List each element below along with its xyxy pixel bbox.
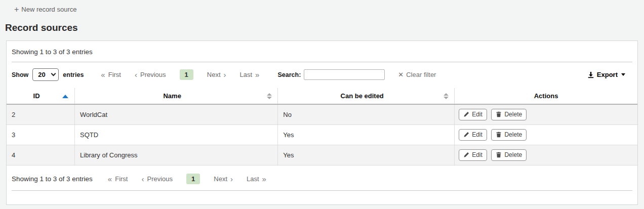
chevron-double-left-icon: «	[108, 176, 112, 182]
table-row: 2 WorldCat No Edit Delete	[7, 104, 637, 125]
column-label-can-be-edited: Can be edited	[341, 92, 384, 100]
edit-button-label: Edit	[472, 111, 482, 118]
table-row: 3 SQTD Yes Edit Delete	[7, 125, 637, 145]
pagination-previous-button[interactable]: ‹ Previous	[141, 175, 173, 183]
edit-button[interactable]: Edit	[459, 149, 487, 161]
sort-both-icon	[267, 93, 272, 99]
table-footer: Showing 1 to 3 of 3 entries « First ‹ Pr…	[7, 165, 637, 190]
chevron-double-right-icon: »	[262, 176, 266, 182]
cell-name: Library of Congress	[75, 145, 278, 165]
page-title: Record sources	[5, 22, 644, 34]
search-input[interactable]	[304, 69, 385, 80]
sort-ascending-icon	[62, 95, 68, 98]
toolbar: + New record source	[0, 0, 644, 15]
cell-id: 3	[7, 125, 75, 145]
edit-button[interactable]: Edit	[459, 129, 487, 141]
pagination-bottom: « First ‹ Previous 1 Next › Last »	[108, 174, 266, 184]
table-info-top: Showing 1 to 3 of 3 entries	[7, 41, 637, 62]
pagination-next-button[interactable]: Next ›	[214, 175, 233, 183]
clear-filter-label: Clear filter	[406, 71, 436, 78]
pagination-last-button[interactable]: Last »	[240, 71, 260, 78]
pagination-current-page[interactable]: 1	[180, 69, 193, 80]
chevron-double-right-icon: »	[255, 72, 259, 78]
export-button[interactable]: Export	[587, 71, 625, 78]
chevron-double-left-icon: «	[101, 72, 105, 78]
column-header-id[interactable]: ID	[7, 88, 75, 104]
panel-footer-space	[7, 191, 637, 204]
entries-select-wrap: 20	[32, 68, 59, 81]
column-header-name[interactable]: Name	[75, 88, 278, 104]
plus-icon: +	[14, 6, 19, 13]
show-label: Show	[12, 71, 28, 78]
pagination-first-label: First	[115, 175, 128, 183]
trash-icon	[496, 111, 502, 117]
record-sources-panel: Showing 1 to 3 of 3 entries Show 20 entr…	[6, 40, 638, 205]
entries-label: entries	[63, 71, 84, 78]
column-label-name: Name	[163, 92, 181, 100]
table-row: 4 Library of Congress Yes Edit Delete	[7, 145, 637, 165]
cell-can-be-edited: Yes	[278, 125, 455, 145]
x-icon: ✕	[398, 71, 404, 78]
pencil-icon	[463, 132, 469, 138]
column-label-actions: Actions	[534, 92, 558, 100]
edit-button-label: Edit	[472, 131, 482, 138]
chevron-left-icon: ‹	[135, 72, 137, 78]
cell-id: 2	[7, 104, 75, 125]
pagination-first-label: First	[108, 71, 121, 78]
entries-select[interactable]: 20	[32, 68, 59, 81]
pagination-current-page[interactable]: 1	[186, 174, 200, 184]
pagination-first-button[interactable]: « First	[101, 71, 121, 78]
pagination-first-button[interactable]: « First	[108, 175, 128, 183]
record-sources-page: + New record source Record sources Showi…	[0, 0, 644, 209]
new-record-source-label: New record source	[21, 6, 76, 13]
delete-button-label: Delete	[504, 151, 522, 158]
pagination-previous-button[interactable]: ‹ Previous	[135, 71, 166, 78]
delete-button[interactable]: Delete	[491, 129, 527, 141]
column-header-actions: Actions	[455, 88, 637, 104]
delete-button-label: Delete	[504, 131, 522, 138]
record-sources-table: ID Name Can be edited Actions	[7, 88, 637, 165]
cell-actions: Edit Delete	[455, 125, 637, 145]
chevron-right-icon: ›	[224, 72, 226, 78]
edit-button-label: Edit	[472, 151, 482, 158]
table-controls: Show 20 entries « First ‹ Previous 1	[7, 62, 637, 87]
cell-actions: Edit Delete	[455, 145, 637, 165]
delete-button[interactable]: Delete	[491, 149, 527, 161]
trash-icon	[496, 132, 502, 138]
pagination-previous-label: Previous	[140, 71, 166, 78]
download-icon	[587, 71, 594, 78]
cell-id: 4	[7, 145, 75, 165]
delete-button[interactable]: Delete	[491, 109, 527, 120]
pagination-top: « First ‹ Previous 1 Next › Last »	[101, 69, 259, 80]
cell-can-be-edited: Yes	[278, 145, 455, 165]
cell-name: SQTD	[75, 125, 278, 145]
column-label-id: ID	[33, 92, 40, 100]
chevron-left-icon: ‹	[141, 176, 144, 182]
pencil-icon	[463, 152, 469, 158]
trash-icon	[496, 152, 502, 158]
pagination-last-button[interactable]: Last »	[247, 175, 266, 183]
pagination-previous-label: Previous	[147, 175, 173, 183]
pagination-last-label: Last	[247, 175, 259, 183]
delete-button-label: Delete	[504, 111, 522, 118]
cell-name: WorldCat	[75, 104, 278, 125]
column-header-can-be-edited[interactable]: Can be edited	[278, 88, 455, 104]
search-wrap: Search:	[277, 69, 385, 80]
pencil-icon	[463, 111, 469, 117]
pagination-next-button[interactable]: Next ›	[207, 71, 226, 78]
chevron-right-icon: ›	[230, 176, 233, 182]
pagination-last-label: Last	[240, 71, 253, 78]
table-header-row: ID Name Can be edited Actions	[7, 88, 637, 104]
clear-filter-button[interactable]: ✕ Clear filter	[398, 71, 436, 78]
edit-button[interactable]: Edit	[459, 109, 487, 120]
table-info-bottom: Showing 1 to 3 of 3 entries	[12, 175, 93, 183]
pagination-next-label: Next	[207, 71, 221, 78]
pagination-next-label: Next	[214, 175, 227, 183]
new-record-source-button[interactable]: + New record source	[14, 6, 76, 13]
caret-down-icon	[621, 73, 625, 76]
cell-actions: Edit Delete	[455, 104, 637, 125]
export-label: Export	[597, 71, 618, 78]
search-label: Search:	[277, 71, 301, 78]
sort-both-icon	[444, 93, 449, 99]
cell-can-be-edited: No	[278, 104, 455, 125]
